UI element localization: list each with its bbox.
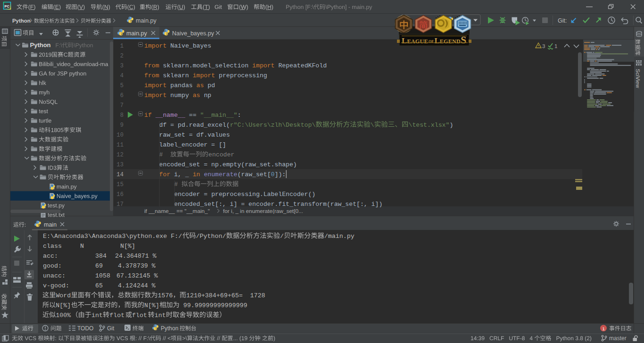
svg-text:fromsklearn.model_selectionimp: fromsklearn.model_selectionimportRepeate… bbox=[144, 62, 327, 69]
svg-text:69: 69 bbox=[95, 262, 103, 270]
svg-text:5: 5 bbox=[120, 82, 124, 89]
svg-text:v-good:: v-good: bbox=[43, 282, 69, 289]
svg-text:16: 16 bbox=[116, 191, 124, 198]
svg-text:\: \ bbox=[371, 122, 374, 129]
svg-text:PC: PC bbox=[5, 4, 10, 8]
svg-text:main.py: main.py bbox=[126, 30, 148, 37]
svg-text:14: 14 bbox=[116, 172, 124, 178]
svg-text:10: 10 bbox=[116, 132, 124, 139]
svg-text:if__name__=="__main__":: if__name__=="__main__": bbox=[144, 112, 241, 119]
svg-text:int: int bbox=[91, 312, 103, 319]
svg-text:E:\Anaconda3\Anaconda3\python.: E:\Anaconda3\Anaconda3\python.exe F:/ bbox=[43, 233, 182, 240]
svg-text:main.py: main.py bbox=[136, 17, 157, 24]
svg-text:/: / bbox=[280, 233, 284, 240]
svg-text:#: # bbox=[159, 151, 171, 158]
svg-text:4.124244 %: 4.124244 % bbox=[118, 282, 156, 289]
svg-text:importNaive_bayes: importNaive_bayes bbox=[144, 42, 211, 49]
svg-text:master: master bbox=[609, 335, 627, 342]
svg-text:encoder: encoder bbox=[208, 151, 234, 158]
svg-text:7: 7 bbox=[120, 102, 124, 109]
svg-text:11: 11 bbox=[116, 142, 124, 148]
svg-text:/main.py: /main.py bbox=[324, 233, 355, 240]
svg-text:3: 3 bbox=[542, 43, 545, 49]
svg-text:int: int bbox=[155, 312, 166, 319]
svg-text:for i, _ in enumerate(raw_set[: for i, _ in enumerate(raw_set[0... bbox=[223, 208, 303, 214]
svg-text:\test.xlsx"): \test.xlsx") bbox=[409, 122, 454, 129]
svg-text:8: 8 bbox=[120, 112, 124, 119]
svg-text:100%: 100% bbox=[56, 312, 71, 319]
svg-text:384: 384 bbox=[95, 253, 107, 260]
svg-text:1: 1 bbox=[120, 43, 124, 49]
svg-text:4.378739 %: 4.378739 % bbox=[118, 262, 156, 270]
svg-text:Git: Git bbox=[107, 325, 115, 332]
svg-text:6: 6 bbox=[120, 92, 124, 99]
svg-text:15: 15 bbox=[116, 181, 124, 188]
svg-text:unacc:: unacc: bbox=[43, 272, 66, 279]
svg-text:label_encoder = []: label_encoder = [] bbox=[159, 141, 226, 148]
svg-text:encoder = preprocessing.LabelE: encoder = preprocessing.LabelEncoder() bbox=[174, 191, 315, 198]
svg-text:encoded_set = np.empty(raw_set: encoded_set = np.empty(raw_set.shape) bbox=[159, 161, 297, 168]
svg-text:4: 4 bbox=[120, 73, 124, 79]
svg-text:1058: 1058 bbox=[95, 272, 110, 279]
svg-text:Naive_bayes.py: Naive_bayes.py bbox=[172, 30, 215, 37]
svg-text:flot: flot bbox=[132, 312, 147, 319]
svg-text:raw_set = df.values: raw_set = df.values bbox=[159, 131, 230, 139]
svg-text:N[%]: N[%] bbox=[120, 243, 135, 250]
svg-text:13: 13 bbox=[116, 162, 124, 168]
svg-text:fori, _inenumerate(raw_set[0]): fori, _inenumerate(raw_set[0]): bbox=[159, 171, 286, 178]
svg-text:acc:: acc: bbox=[43, 253, 58, 260]
svg-text:Python: Python bbox=[12, 18, 31, 24]
svg-text:class: class bbox=[43, 243, 62, 250]
svg-text:TODO: TODO bbox=[77, 325, 93, 332]
svg-text:N[%]: N[%] bbox=[144, 302, 159, 309]
svg-text:good:: good: bbox=[43, 262, 62, 270]
svg-text:Python: Python bbox=[161, 325, 180, 332]
svg-text:N[%]: N[%] bbox=[56, 302, 71, 309]
svg-text:65: 65 bbox=[95, 282, 103, 289]
svg-text:df = pd.read_excel(r"C:\Users\: df = pd.read_excel(r"C:\Users\zlh\Deskto… bbox=[159, 122, 316, 129]
svg-text:12: 12 bbox=[116, 152, 124, 158]
svg-text:3: 3 bbox=[120, 63, 124, 69]
svg-text:N: N bbox=[80, 243, 84, 250]
svg-text:Git:: Git: bbox=[558, 17, 567, 24]
svg-text:flot: flot bbox=[109, 312, 124, 319]
svg-text:1: 1 bbox=[554, 43, 557, 49]
svg-text:67.132145 %: 67.132145 % bbox=[116, 272, 158, 279]
svg-text:fromsklearnimportpreprocessing: fromsklearnimportpreprocessing bbox=[144, 72, 267, 79]
svg-text:17: 17 bbox=[116, 201, 124, 208]
svg-text:24.364871 %: 24.364871 % bbox=[115, 253, 157, 260]
svg-text:Word: Word bbox=[56, 292, 71, 299]
svg-text:1: 1 bbox=[603, 326, 605, 331]
svg-text:1576: 1576 bbox=[158, 292, 173, 299]
svg-text:2: 2 bbox=[120, 53, 124, 59]
svg-text:/Python/: /Python/ bbox=[196, 233, 226, 240]
svg-text:main: main bbox=[44, 221, 57, 228]
svg-text:encoded_set[:, i] = encoder.fi: encoded_set[:, i] = encoder.fit_transfor… bbox=[174, 201, 382, 208]
svg-text:1210+384+69+65= 1728: 1210+384+69+65= 1728 bbox=[186, 292, 265, 299]
svg-text:SciView: SciView bbox=[635, 69, 641, 88]
svg-text:#: # bbox=[174, 181, 182, 188]
svg-text:99.99999999999999: 99.99999999999999 bbox=[183, 302, 248, 309]
svg-text:Python: Python bbox=[30, 41, 51, 49]
svg-text:9: 9 bbox=[120, 122, 124, 129]
svg-text:if __name__ == "__main_": if __name__ == "__main_" bbox=[144, 208, 210, 214]
